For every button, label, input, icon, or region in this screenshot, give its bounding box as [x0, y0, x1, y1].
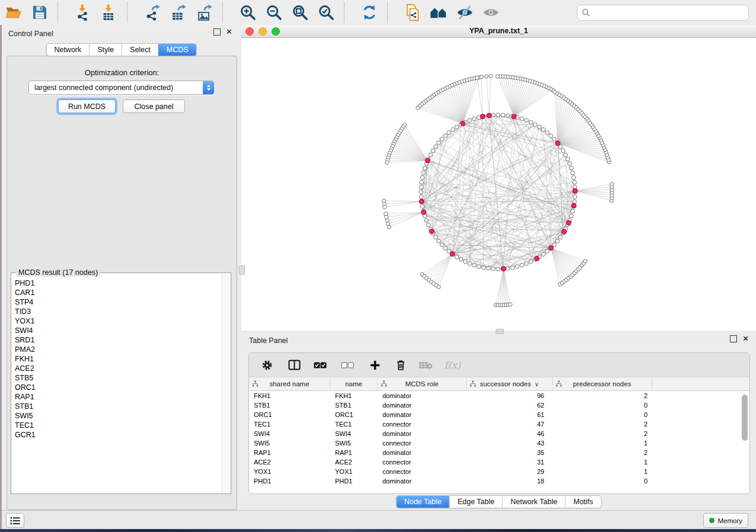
- network-mcds-node[interactable]: [573, 188, 578, 193]
- network-node[interactable]: [420, 180, 424, 184]
- network-node[interactable]: [515, 265, 519, 269]
- mcds-result-item[interactable]: SRD1: [12, 335, 222, 345]
- table-row[interactable]: PHD1PHD1dominator180: [249, 476, 749, 486]
- table-cell[interactable]: 2: [553, 429, 652, 438]
- import-network-icon[interactable]: [74, 3, 92, 22]
- table-row[interactable]: SWI5SWI5connector431: [249, 438, 749, 448]
- network-node[interactable]: [383, 205, 387, 209]
- table-cell[interactable]: SWI5: [330, 438, 378, 448]
- mcds-result-item[interactable]: TID3: [12, 307, 222, 316]
- split-columns-icon[interactable]: [287, 358, 301, 372]
- network-node[interactable]: [501, 113, 505, 117]
- vertical-splitter-grip[interactable]: [239, 265, 245, 275]
- float-panel-icon[interactable]: [213, 28, 221, 36]
- network-node[interactable]: [481, 265, 486, 270]
- close-panel-button[interactable]: Close panel: [123, 100, 185, 113]
- table-cell[interactable]: 0: [553, 410, 652, 419]
- table-cell[interactable]: YOX1: [249, 467, 330, 476]
- network-node[interactable]: [431, 149, 435, 153]
- table-cell[interactable]: 0: [553, 476, 652, 486]
- network-node[interactable]: [440, 243, 444, 247]
- table-cell[interactable]: 18: [467, 476, 553, 486]
- table-tab-node-table[interactable]: Node Table: [397, 496, 449, 508]
- network-mcds-node[interactable]: [461, 121, 465, 126]
- table-cell[interactable]: ORC1: [330, 410, 378, 419]
- network-node[interactable]: [420, 204, 425, 209]
- tab-select[interactable]: Select: [122, 44, 158, 56]
- gear-icon[interactable]: [260, 358, 274, 372]
- table-cell[interactable]: dominator: [378, 429, 467, 438]
- network-node[interactable]: [525, 118, 529, 123]
- column-header-predecessor-nodes[interactable]: predecessor nodes: [553, 377, 652, 390]
- table-cell[interactable]: SWI4: [330, 429, 378, 438]
- network-node[interactable]: [440, 137, 444, 142]
- save-icon[interactable]: [31, 3, 49, 22]
- table-cell[interactable]: TEC1: [249, 419, 330, 429]
- network-node[interactable]: [423, 166, 427, 171]
- network-node[interactable]: [511, 265, 515, 270]
- show-all-icon[interactable]: [482, 3, 500, 22]
- export-network-icon[interactable]: [143, 3, 161, 22]
- network-node[interactable]: [564, 153, 568, 157]
- network-node[interactable]: [573, 180, 577, 184]
- network-mcds-node[interactable]: [429, 229, 434, 233]
- network-node[interactable]: [451, 128, 455, 132]
- tab-style[interactable]: Style: [89, 44, 122, 56]
- network-node[interactable]: [468, 262, 472, 266]
- delete-column-icon[interactable]: [394, 358, 408, 372]
- tab-network[interactable]: Network: [46, 44, 89, 56]
- network-node[interactable]: [610, 182, 614, 186]
- open-folder-icon[interactable]: [5, 3, 23, 22]
- column-header-shared-name[interactable]: shared name: [249, 377, 330, 390]
- tab-mcds[interactable]: MCDS: [158, 44, 196, 56]
- mcds-result-item[interactable]: CAR1: [12, 288, 222, 297]
- memory-button[interactable]: Memory: [703, 513, 748, 528]
- table-cell[interactable]: 1: [553, 467, 652, 476]
- network-node[interactable]: [476, 76, 479, 79]
- table-cell[interactable]: ORC1: [249, 410, 330, 419]
- table-cell[interactable]: dominator: [378, 476, 467, 486]
- optimization-criterion-dropdown[interactable]: largest connected component (undirected): [28, 81, 214, 95]
- export-image-icon[interactable]: [196, 3, 213, 22]
- table-row[interactable]: RAP1RAP1dominator352: [249, 448, 749, 457]
- mcds-result-item[interactable]: RAP1: [12, 392, 222, 402]
- run-mcds-button[interactable]: Run MCDS: [58, 100, 116, 113]
- mcds-result-item[interactable]: STB5: [12, 373, 222, 383]
- network-node[interactable]: [419, 185, 423, 190]
- table-cell[interactable]: PHD1: [249, 476, 330, 486]
- table-row[interactable]: SWI4SWI4dominator462: [249, 429, 749, 438]
- mcds-result-item[interactable]: STB1: [12, 402, 222, 411]
- network-node[interactable]: [569, 166, 573, 171]
- network-node[interactable]: [477, 265, 481, 269]
- table-cell[interactable]: 31: [467, 457, 553, 467]
- refresh-layout-icon[interactable]: [361, 3, 378, 22]
- network-node[interactable]: [447, 131, 451, 135]
- import-table-icon[interactable]: [100, 3, 118, 22]
- table-row[interactable]: TEC1TEC1connector472: [249, 419, 749, 429]
- zoom-out-icon[interactable]: [265, 3, 283, 22]
- network-node[interactable]: [525, 262, 529, 266]
- network-node[interactable]: [429, 153, 433, 157]
- network-node[interactable]: [385, 215, 388, 219]
- network-mcds-node[interactable]: [480, 114, 485, 119]
- table-cell[interactable]: connector: [378, 419, 467, 429]
- network-node[interactable]: [556, 239, 560, 243]
- network-node[interactable]: [553, 137, 557, 142]
- network-node[interactable]: [444, 134, 448, 138]
- zoom-in-icon[interactable]: [239, 3, 257, 22]
- mcds-result-item[interactable]: SWI4: [12, 326, 222, 335]
- table-scrollbar-thumb[interactable]: [742, 395, 748, 441]
- table-cell[interactable]: RAP1: [330, 448, 378, 457]
- table-cell[interactable]: connector: [378, 467, 467, 476]
- network-node[interactable]: [553, 243, 557, 247]
- network-node[interactable]: [468, 118, 472, 123]
- table-cell[interactable]: connector: [378, 438, 467, 448]
- network-node[interactable]: [537, 125, 541, 129]
- table-cell[interactable]: SWI5: [249, 438, 330, 448]
- network-node[interactable]: [573, 195, 577, 199]
- network-mcds-node[interactable]: [487, 113, 492, 118]
- network-node[interactable]: [559, 235, 563, 239]
- table-row[interactable]: ORC1ORC1dominator610: [249, 410, 749, 419]
- table-cell[interactable]: dominator: [378, 448, 467, 457]
- network-mcds-node[interactable]: [501, 267, 506, 271]
